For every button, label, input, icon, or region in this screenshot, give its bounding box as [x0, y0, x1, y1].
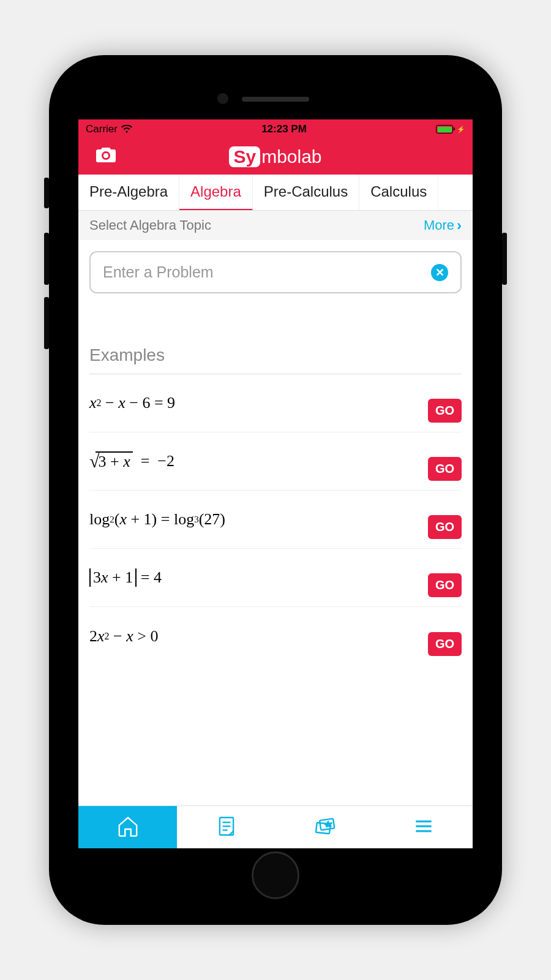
- example-row: 3x + 1 = 4 GO: [89, 549, 462, 607]
- nav-cards[interactable]: √x: [276, 806, 374, 848]
- home-button[interactable]: [252, 851, 299, 899]
- logo-suffix: mbolab: [261, 146, 321, 167]
- wifi-icon: [121, 125, 132, 134]
- app-screen: Carrier 12:23 PM ⚡ Sy mbolab: [78, 119, 473, 848]
- phone-frame: Carrier 12:23 PM ⚡ Sy mbolab: [49, 55, 502, 925]
- app-logo: Sy mbolab: [229, 146, 321, 167]
- example-row: log2(x + 1) = log3(27) GO: [89, 491, 462, 549]
- example-formula[interactable]: 3x + 1 = 4: [89, 568, 162, 587]
- logo-prefix: Sy: [229, 146, 260, 167]
- topic-selector[interactable]: Select Algebra Topic More ›: [78, 211, 473, 240]
- app-header: Sy mbolab: [78, 139, 473, 175]
- camera-icon[interactable]: [96, 146, 116, 168]
- status-bar: Carrier 12:23 PM ⚡: [78, 119, 473, 139]
- go-button[interactable]: GO: [428, 515, 462, 539]
- status-time: 12:23 PM: [261, 123, 307, 135]
- phone-camera: [217, 93, 228, 104]
- charging-icon: ⚡: [457, 126, 465, 134]
- go-button[interactable]: GO: [428, 573, 462, 597]
- problem-input[interactable]: [103, 263, 431, 281]
- chevron-right-icon: ›: [457, 217, 462, 234]
- phone-speaker: [242, 97, 309, 102]
- nav-notes[interactable]: [177, 806, 276, 848]
- example-row: x2 − x − 6 = 9 GO: [89, 374, 462, 432]
- go-button[interactable]: GO: [428, 457, 462, 481]
- bottom-nav: √x: [78, 805, 473, 848]
- tab-pre-calculus[interactable]: Pre-Calculus: [253, 175, 359, 210]
- example-formula[interactable]: 2x2 − x > 0: [89, 627, 158, 646]
- volume-down: [44, 297, 49, 349]
- topic-label: Select Algebra Topic: [89, 217, 211, 233]
- nav-home[interactable]: [78, 806, 177, 848]
- cards-icon: √x: [313, 815, 337, 840]
- more-link[interactable]: More ›: [424, 217, 462, 234]
- volume-up: [44, 233, 49, 285]
- example-formula[interactable]: log2(x + 1) = log3(27): [89, 510, 225, 529]
- tab-calculus[interactable]: Calculus: [359, 175, 438, 210]
- clear-icon[interactable]: ✕: [431, 264, 448, 281]
- power-button: [502, 233, 507, 285]
- go-button[interactable]: GO: [428, 399, 462, 423]
- battery-icon: [436, 125, 453, 134]
- tab-pre-algebra[interactable]: Pre-Algebra: [78, 175, 179, 210]
- examples-heading: Examples: [89, 345, 462, 374]
- example-formula[interactable]: √3 + x = −2: [89, 451, 174, 472]
- go-button[interactable]: GO: [428, 632, 462, 656]
- svg-text:√x: √x: [325, 821, 332, 827]
- document-icon: [215, 815, 238, 840]
- home-icon: [116, 815, 140, 840]
- main-content: ✕ Examples x2 − x − 6 = 9 GO √3 + x = −2…: [78, 240, 473, 805]
- tab-algebra[interactable]: Algebra: [179, 175, 253, 211]
- category-tabs: Pre-Algebra Algebra Pre-Calculus Calculu…: [78, 175, 473, 211]
- problem-input-container[interactable]: ✕: [89, 251, 462, 293]
- menu-icon: [412, 815, 435, 840]
- carrier-label: Carrier: [86, 123, 118, 135]
- example-row: √3 + x = −2 GO: [89, 432, 462, 491]
- mute-switch: [44, 178, 49, 208]
- example-formula[interactable]: x2 − x − 6 = 9: [89, 394, 175, 412]
- nav-menu[interactable]: [374, 806, 473, 848]
- example-row: 2x2 − x > 0 GO: [89, 607, 462, 665]
